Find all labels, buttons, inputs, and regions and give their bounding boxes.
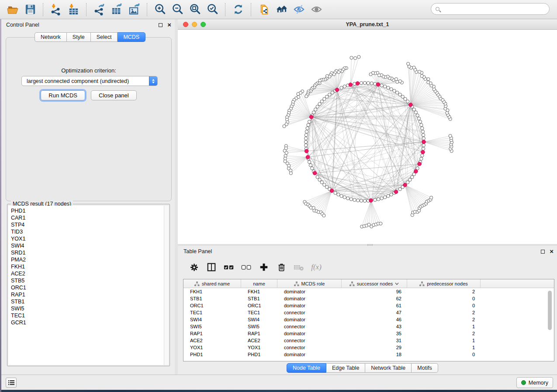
table-row[interactable]: SWI4SWI4dominator462 [183,316,554,323]
network-node[interactable] [316,175,319,179]
network-node[interactable] [422,144,425,147]
network-leaf-node[interactable] [354,57,357,60]
network-node[interactable] [343,196,346,199]
export-network-button[interactable] [90,2,108,17]
table-row[interactable]: ORC1ORC1dominator610 [183,302,554,309]
mcds-result-item[interactable]: PMA2 [11,256,165,263]
network-hub-node[interactable] [409,103,413,107]
network-node[interactable] [420,157,423,160]
network-node[interactable] [323,183,326,186]
network-leaf-node[interactable] [427,78,430,81]
task-history-button[interactable] [6,378,17,388]
add-row-button[interactable] [257,261,270,274]
network-hub-node[interactable] [306,155,310,159]
network-node[interactable] [422,137,425,140]
export-table-button[interactable] [108,2,125,17]
tab-edge-table[interactable]: Edge Table [326,363,365,373]
search-input[interactable] [443,5,545,14]
network-hub-node[interactable] [349,83,353,87]
mcds-result-item[interactable]: TID3 [11,228,165,235]
network-node[interactable] [325,95,329,98]
mcds-result-item[interactable]: SWI5 [11,305,165,312]
network-node[interactable] [325,186,329,189]
run-mcds-button[interactable]: Run MCDS [41,90,85,100]
tab-network[interactable]: Network [35,32,67,42]
memory-button[interactable]: Memory [516,377,553,388]
network-node[interactable] [314,108,317,111]
network-node[interactable] [318,103,321,106]
table-row[interactable]: RAP1RAP1dominator352 [183,330,554,337]
network-node[interactable] [406,181,409,184]
table-row[interactable]: STB1STB1dominator620 [183,295,554,302]
network-node[interactable] [343,85,346,88]
network-node[interactable] [414,111,417,114]
network-leaf-node[interactable] [418,70,421,73]
network-node[interactable] [363,81,366,84]
select-all-button[interactable] [222,261,235,274]
mcds-result-item[interactable]: FKH1 [11,263,165,270]
zoom-fit-button[interactable] [186,2,204,17]
network-node[interactable] [417,117,420,120]
mcds-result-item[interactable]: TEC1 [11,312,165,319]
network-node[interactable] [383,85,386,88]
tab-style[interactable]: Style [67,32,91,42]
import-network-button[interactable] [47,2,65,17]
clone-network-button[interactable] [255,2,273,17]
tab-select[interactable]: Select [91,32,118,42]
network-leaf-node[interactable] [427,81,430,84]
network-node[interactable] [380,84,383,87]
network-leaf-node[interactable] [350,56,353,59]
table-row[interactable]: ACE2ACE2connector311 [183,337,554,344]
table-row[interactable]: SWI5SWI5connector431 [183,323,554,330]
network-node[interactable] [370,82,373,85]
network-node[interactable] [387,194,390,197]
table-row[interactable]: TEC1TEC1connector472 [183,309,554,316]
network-node[interactable] [308,160,311,163]
table-scrollbar[interactable] [547,290,553,360]
network-hub-node[interactable] [309,115,313,119]
network-leaf-node[interactable] [430,196,433,199]
tab-mcds[interactable]: MCDS [118,32,145,42]
mcds-result-item[interactable]: ACE2 [11,270,165,277]
network-leaf-node[interactable] [285,151,288,155]
network-hub-node[interactable] [369,199,373,203]
tab-node-table[interactable]: Node Table [287,363,326,373]
mcds-result-item[interactable]: SRD1 [11,249,165,256]
mcds-list-scrollbar[interactable] [164,206,169,365]
network-leaf-node[interactable] [407,62,410,65]
network-node[interactable] [421,130,424,133]
network-node[interactable] [416,114,419,117]
column-header-shared-name[interactable]: shared name [183,279,241,288]
mcds-result-item[interactable]: SWI4 [11,242,165,249]
float-window-icon[interactable] [159,23,163,27]
mcds-result-item[interactable]: YOX1 [11,235,165,242]
network-node[interactable] [349,198,353,201]
network-node[interactable] [309,164,312,167]
network-node[interactable] [318,178,321,181]
delete-row-button[interactable] [275,261,288,274]
network-node[interactable] [390,193,393,196]
mcds-result-item[interactable]: RAP1 [11,291,165,298]
network-node[interactable] [340,86,343,89]
refresh-layout-button[interactable] [229,2,247,17]
table-row[interactable]: YOX1YOX1connector291 [183,344,554,351]
network-node[interactable] [304,144,308,147]
network-leaf-node[interactable] [297,93,300,96]
network-node[interactable] [308,120,311,123]
network-node[interactable] [398,93,401,96]
network-node[interactable] [422,134,425,137]
network-hub-node[interactable] [313,171,317,175]
network-hub-node[interactable] [376,83,380,86]
zoom-in-button[interactable] [151,2,169,17]
network-node[interactable] [334,191,337,194]
network-node[interactable] [305,130,308,133]
network-hub-node[interactable] [356,82,360,86]
zoom-out-button[interactable] [169,2,186,17]
network-hub-node[interactable] [335,88,339,92]
network-node[interactable] [346,197,349,200]
search-box[interactable] [431,3,550,15]
close-panel-icon[interactable]: × [167,23,171,27]
network-node[interactable] [360,199,363,202]
network-hub-node[interactable] [330,189,334,193]
table-row[interactable]: PHD1PHD1dominator180 [183,351,554,358]
